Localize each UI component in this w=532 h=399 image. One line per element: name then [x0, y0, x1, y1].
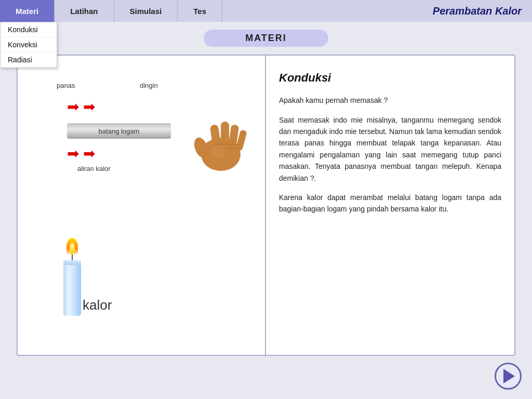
dropdown-item-konduksi[interactable]: Konduksi	[1, 22, 57, 37]
candle-body	[63, 265, 81, 316]
arrows-bottom: ➡ ➡	[67, 147, 95, 161]
metal-bar-container: batang logam	[57, 113, 181, 139]
candle-top	[63, 260, 81, 265]
metal-bar-label: batang logam	[99, 127, 140, 135]
dropdown-item-konveksi[interactable]: Konveksi	[1, 37, 57, 52]
label-kalor: kalor	[83, 297, 112, 313]
tab-materi[interactable]: Materi	[0, 0, 55, 22]
content-paragraph1: Apakah kamu pernah memasak ?	[279, 95, 501, 106]
materi-banner: MATERI	[204, 30, 328, 47]
metal-bar: batang logam	[67, 123, 171, 139]
candle-flame	[66, 238, 78, 256]
app-title: Perambatan Kalor	[433, 0, 532, 22]
svg-point-8	[210, 145, 226, 158]
candle-flame-inner	[70, 243, 75, 254]
content-paragraph3: Karena kalor dapat merambat melalui bata…	[279, 192, 501, 215]
hand-illustration	[179, 108, 252, 180]
play-icon	[503, 369, 515, 383]
candle-wick	[72, 255, 73, 260]
content-heading: Konduksi	[279, 69, 501, 87]
content-box: panas dingin ➡ ➡ batang logam ➡ ➡	[17, 55, 515, 356]
navbar: Materi Latihan Simulasi Tes Perambatan K…	[0, 0, 532, 22]
tab-simulasi[interactable]: Simulasi	[114, 0, 178, 22]
label-aliran-kalor: aliran kalor	[77, 165, 111, 172]
label-panas: panas	[57, 82, 75, 89]
left-panel: panas dingin ➡ ➡ batang logam ➡ ➡	[18, 56, 266, 355]
tab-tes[interactable]: Tes	[178, 0, 222, 22]
label-dingin: dingin	[140, 82, 158, 89]
content-paragraph2: Saat memasak indo mie misalnya, tanganmu…	[279, 114, 501, 184]
play-button[interactable]	[495, 363, 522, 390]
right-panel: Konduksi Apakah kamu pernah memasak ? Sa…	[266, 56, 514, 355]
main-content: MATERI panas dingin ➡ ➡ batang logam	[0, 22, 532, 399]
arrows-top: ➡ ➡	[67, 100, 95, 114]
arrow-right-2: ➡	[83, 100, 95, 114]
arrow-right-4: ➡	[83, 147, 95, 161]
dropdown-menu: Konduksi Konveksi Radiasi	[0, 22, 57, 68]
arrow-right-1: ➡	[67, 100, 79, 114]
arrow-right-3: ➡	[67, 147, 79, 161]
illustration-area: panas dingin ➡ ➡ batang logam ➡ ➡	[25, 66, 257, 344]
dropdown-item-radiasi[interactable]: Radiasi	[1, 52, 57, 68]
tab-latihan[interactable]: Latihan	[55, 0, 114, 22]
